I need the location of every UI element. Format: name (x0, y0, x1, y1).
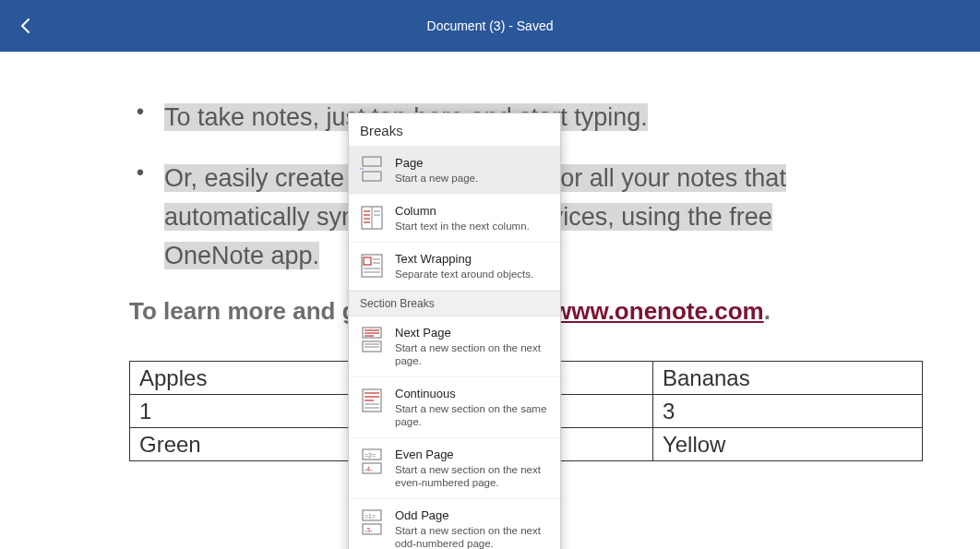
menu-section-header: Section Breaks (349, 291, 560, 316)
svg-text:-4-: -4- (365, 466, 373, 472)
menu-item-title: Page (395, 156, 478, 170)
svg-rect-1 (363, 172, 381, 181)
menu-item-desc: Start a new page. (395, 172, 478, 185)
svg-rect-10 (362, 255, 382, 277)
text-wrapping-icon (360, 252, 384, 280)
svg-text:=1=: =1= (365, 513, 376, 519)
svg-text:-3-: -3- (365, 527, 373, 533)
break-page-item[interactable]: Page Start a new page. (349, 147, 560, 195)
table-cell[interactable]: Bananas (652, 362, 922, 395)
table-cell[interactable]: Yellow (652, 428, 922, 461)
arrow-left-icon (18, 18, 34, 34)
menu-item-desc: Start a new section on the next even-num… (395, 463, 549, 489)
bullet-icon: • (129, 159, 151, 186)
break-continuous-item[interactable]: Continuous Start a new section on the sa… (349, 377, 560, 438)
menu-item-title: Odd Page (395, 508, 549, 522)
svg-rect-11 (364, 257, 371, 265)
menu-item-title: Column (395, 204, 530, 218)
break-odd-page-item[interactable]: =1=-3- Odd Page Start a new section on t… (349, 499, 560, 549)
break-text-wrapping-item[interactable]: Text Wrapping Separate text around objec… (349, 243, 560, 291)
breaks-menu: Breaks Page Start a new page. Column Sta… (348, 113, 561, 549)
menu-item-desc: Separate text around objects. (395, 268, 533, 280)
onenote-link[interactable]: www.onenote.com (553, 297, 764, 325)
column-break-icon (360, 204, 384, 232)
menu-item-title: Next Page (395, 326, 549, 340)
continuous-icon (360, 387, 384, 414)
menu-item-title: Text Wrapping (395, 252, 533, 266)
svg-rect-0 (363, 157, 381, 166)
window-title: Document (3) - Saved (44, 18, 936, 33)
break-column-item[interactable]: Column Start text in the next column. (349, 195, 560, 243)
page-break-icon (360, 156, 384, 184)
break-even-page-item[interactable]: =2=-4- Even Page Start a new section on … (349, 438, 560, 499)
next-page-icon (360, 326, 384, 353)
back-button[interactable] (7, 7, 44, 44)
menu-item-desc: Start a new section on the next odd-numb… (395, 524, 549, 549)
menu-item-desc: Start a new section on the next page. (395, 341, 549, 367)
bullet-text: OneNote app. (164, 242, 319, 269)
menu-item-desc: Start a new section on the same page. (395, 402, 549, 428)
menu-title: Breaks (349, 113, 560, 147)
bullet-icon: • (129, 98, 151, 125)
table-cell[interactable]: 3 (652, 395, 922, 428)
menu-item-desc: Start text in the next column. (395, 220, 530, 233)
break-next-page-item[interactable]: Next Page Start a new section on the nex… (349, 316, 560, 377)
title-bar: Document (3) - Saved (0, 0, 980, 52)
even-page-icon: =2=-4- (360, 448, 384, 475)
learn-more-suffix: . (764, 297, 771, 325)
svg-text:=2=: =2= (365, 452, 376, 459)
odd-page-icon: =1=-3- (360, 508, 384, 536)
menu-item-title: Continuous (395, 387, 549, 400)
menu-item-title: Even Page (395, 448, 549, 461)
